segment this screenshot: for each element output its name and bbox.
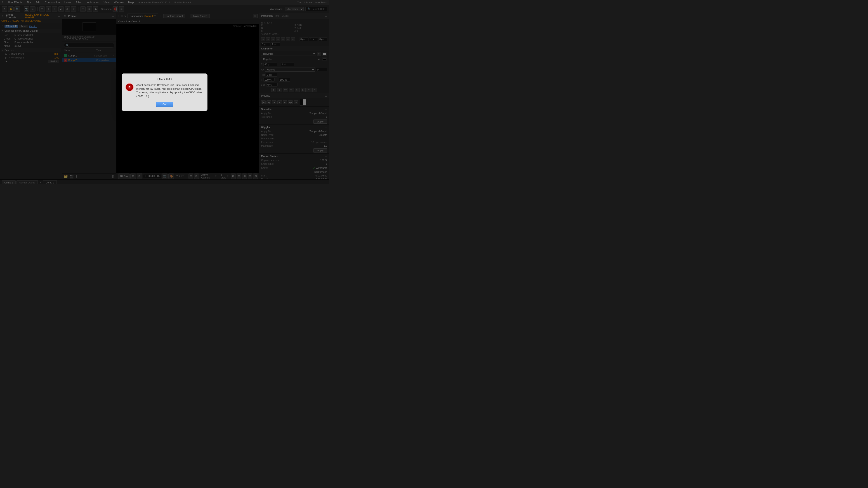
- modal-footer: OK: [125, 102, 204, 107]
- modal-body: ! After Effects error: Ray-traced 3D: Ou…: [125, 83, 204, 98]
- modal-ok-btn[interactable]: OK: [156, 102, 173, 107]
- modal-title: ( 5070 :: 2 ): [125, 77, 204, 80]
- modal-message: After Effects error: Ray-traced 3D: Out …: [136, 83, 204, 98]
- modal-dialog: ( 5070 :: 2 ) ! After Effects error: Ray…: [122, 73, 208, 111]
- modal-overlay: ( 5070 :: 2 ) ! After Effects error: Ray…: [0, 0, 329, 184]
- modal-error-icon: !: [125, 83, 133, 91]
